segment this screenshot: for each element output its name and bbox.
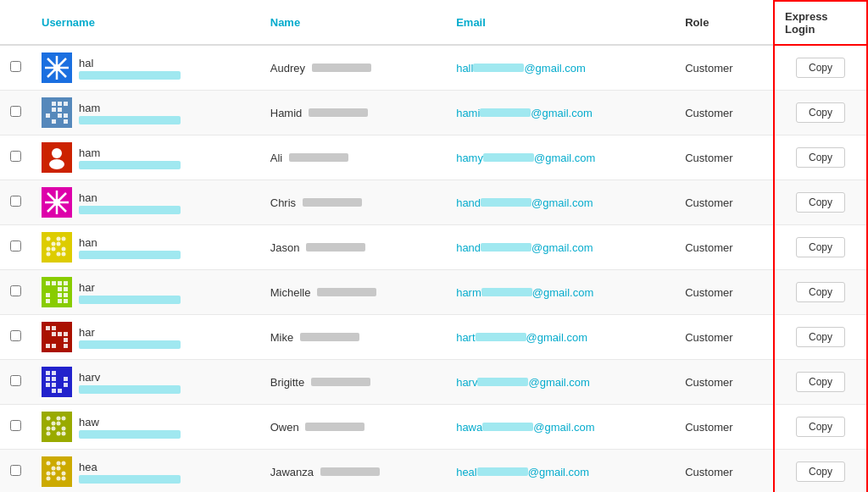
express-login-cell: Copy bbox=[774, 91, 867, 135]
svg-rect-39 bbox=[46, 281, 50, 285]
username-redacted bbox=[79, 296, 181, 304]
username-cell: har bbox=[31, 315, 260, 360]
email-value: hawa bbox=[456, 421, 482, 434]
svg-point-88 bbox=[52, 467, 56, 471]
svg-rect-64 bbox=[46, 377, 50, 381]
copy-button[interactable]: Copy bbox=[796, 147, 845, 168]
username-redacted bbox=[79, 161, 181, 169]
express-login-cell: Copy bbox=[774, 225, 867, 270]
copy-button[interactable]: Copy bbox=[796, 237, 845, 257]
user-avatar bbox=[42, 97, 72, 128]
email-value: harm bbox=[456, 286, 481, 299]
row-checkbox-cell bbox=[0, 225, 31, 270]
first-name: Jason bbox=[270, 241, 303, 254]
row-checkbox[interactable] bbox=[10, 240, 21, 252]
role-value: Customer bbox=[685, 421, 732, 434]
svg-point-18 bbox=[52, 148, 62, 158]
svg-rect-70 bbox=[52, 389, 56, 393]
row-checkbox[interactable] bbox=[10, 61, 21, 72]
username-redacted bbox=[79, 340, 181, 349]
svg-rect-43 bbox=[58, 287, 62, 291]
copy-button[interactable]: Copy bbox=[796, 102, 845, 123]
row-checkbox[interactable] bbox=[10, 285, 21, 296]
email-value: hart bbox=[456, 331, 475, 344]
svg-rect-44 bbox=[64, 287, 68, 291]
row-checkbox-cell bbox=[0, 270, 31, 315]
email-redacted bbox=[481, 243, 531, 252]
svg-rect-56 bbox=[64, 332, 68, 336]
svg-rect-59 bbox=[52, 344, 56, 348]
svg-rect-13 bbox=[58, 113, 62, 118]
email-header: Email bbox=[446, 1, 675, 45]
table-row: har Mike hart@gmail.comCustomerCopy bbox=[0, 315, 867, 360]
role-cell: Customer bbox=[675, 270, 774, 315]
username-cell: har bbox=[31, 270, 260, 315]
row-checkbox[interactable] bbox=[10, 465, 21, 476]
copy-button[interactable]: Copy bbox=[796, 462, 845, 482]
role-value: Customer bbox=[685, 286, 732, 299]
email-domain: @gmail.com bbox=[528, 376, 589, 389]
express-login-cell: Copy bbox=[774, 180, 867, 225]
row-checkbox-cell bbox=[0, 91, 31, 135]
username-prefix: hea bbox=[79, 461, 181, 473]
user-avatar bbox=[42, 232, 72, 263]
role-value: Customer bbox=[685, 376, 732, 389]
svg-point-75 bbox=[62, 417, 66, 421]
checkbox-header bbox=[0, 1, 31, 45]
svg-rect-53 bbox=[52, 326, 56, 330]
email-cell: hand@gmail.com bbox=[446, 225, 675, 270]
role-cell: Customer bbox=[675, 225, 774, 270]
username-redacted bbox=[79, 206, 181, 214]
email-value: hand bbox=[456, 196, 481, 209]
svg-point-93 bbox=[47, 477, 51, 481]
svg-rect-8 bbox=[58, 102, 62, 106]
last-name-redacted bbox=[311, 378, 370, 386]
row-checkbox[interactable] bbox=[10, 196, 21, 207]
email-redacted bbox=[476, 333, 526, 341]
svg-rect-7 bbox=[52, 102, 56, 106]
row-checkbox-cell bbox=[0, 45, 31, 91]
table-row: hal Audrey hall@gmail.comCustomerCopy bbox=[0, 45, 867, 91]
name-cell: Owen bbox=[260, 405, 446, 450]
svg-rect-40 bbox=[52, 281, 56, 285]
email-value: hall bbox=[456, 62, 473, 75]
table-row: har Michelle harm@gmail.comCustomerCopy bbox=[0, 270, 867, 315]
username-cell: han bbox=[31, 225, 260, 270]
svg-point-78 bbox=[47, 427, 51, 431]
email-value: harv bbox=[456, 376, 477, 389]
svg-rect-45 bbox=[46, 293, 50, 297]
name-cell: Brigitte bbox=[260, 360, 446, 405]
copy-button[interactable]: Copy bbox=[796, 417, 845, 437]
row-checkbox-cell bbox=[0, 315, 31, 360]
svg-rect-14 bbox=[64, 113, 68, 118]
role-cell: Customer bbox=[675, 135, 774, 180]
copy-button[interactable]: Copy bbox=[796, 372, 845, 392]
table-row: harv Brigitte harv@gmail.comCustomerCopy bbox=[0, 360, 867, 405]
email-redacted bbox=[477, 378, 528, 386]
email-value: hamy bbox=[456, 152, 483, 164]
email-domain: @gmail.com bbox=[531, 241, 593, 254]
row-checkbox[interactable] bbox=[10, 330, 21, 341]
row-checkbox[interactable] bbox=[10, 106, 21, 117]
row-checkbox[interactable] bbox=[10, 151, 21, 162]
svg-point-83 bbox=[62, 432, 66, 436]
svg-rect-11 bbox=[58, 108, 62, 112]
table-row: haw Owen hawa@gmail.comCustomerCopy bbox=[0, 405, 867, 450]
express-login-cell: Copy bbox=[774, 45, 867, 91]
copy-button[interactable]: Copy bbox=[796, 327, 845, 347]
first-name: Owen bbox=[270, 421, 303, 434]
express-login-header: Express Login bbox=[774, 1, 867, 45]
copy-button[interactable]: Copy bbox=[796, 58, 845, 78]
copy-button[interactable]: Copy bbox=[796, 282, 845, 302]
svg-point-5 bbox=[53, 64, 60, 71]
name-cell: Jawanza bbox=[260, 450, 446, 493]
copy-button[interactable]: Copy bbox=[796, 192, 845, 213]
email-cell: hami@gmail.com bbox=[446, 91, 675, 135]
svg-point-29 bbox=[62, 237, 66, 241]
row-checkbox[interactable] bbox=[10, 420, 21, 431]
svg-point-27 bbox=[47, 237, 51, 241]
first-name: Brigitte bbox=[270, 376, 308, 389]
email-redacted bbox=[482, 423, 533, 431]
row-checkbox[interactable] bbox=[10, 375, 21, 386]
svg-rect-55 bbox=[58, 332, 62, 336]
